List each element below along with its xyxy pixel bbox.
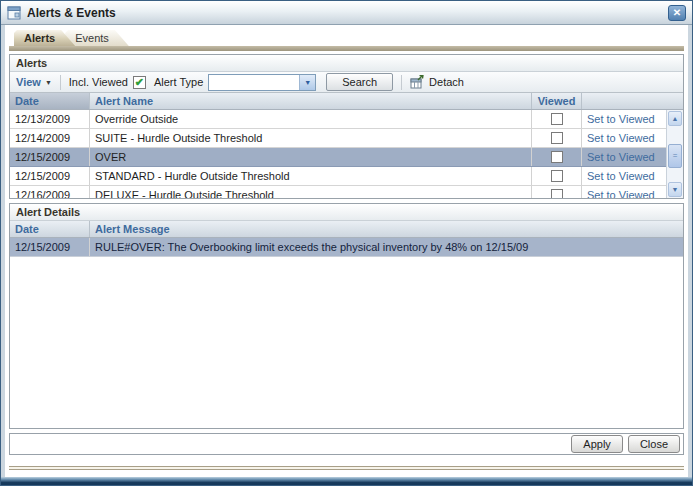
cell-alert-name: DELUXE - Hurdle Outside Threshold <box>90 186 532 198</box>
table-row-selected[interactable]: 12/15/2009 OVER Set to Viewed <box>10 148 666 167</box>
table-row[interactable]: 12/16/2009 DELUXE - Hurdle Outside Thres… <box>10 186 666 198</box>
table-row[interactable]: 12/14/2009 SUITE - Hurdle Outside Thresh… <box>10 129 666 148</box>
cell-date: 12/15/2009 <box>10 238 90 256</box>
cell-alert-name: OVER <box>90 148 532 166</box>
dialog-content: Alerts Events Alerts View ▼ Incl. Viewed… <box>5 25 688 477</box>
alerts-panel: Alerts View ▼ Incl. Viewed ✔ Alert Type … <box>9 54 684 199</box>
viewed-checkbox[interactable] <box>551 113 563 125</box>
search-button[interactable]: Search <box>326 73 393 91</box>
incl-viewed-label: Incl. Viewed <box>69 76 128 88</box>
close-icon[interactable]: ✕ <box>668 5 686 21</box>
cell-date: 12/14/2009 <box>10 129 90 147</box>
detach-label: Detach <box>429 76 464 88</box>
toolbar-separator <box>401 75 402 90</box>
column-header-stub <box>666 93 683 109</box>
details-table-header: Date Alert Message <box>10 221 683 238</box>
set-to-viewed-link[interactable]: Set to Viewed <box>587 189 655 198</box>
alerts-toolbar: View ▼ Incl. Viewed ✔ Alert Type ▼ Searc… <box>10 72 683 93</box>
dialog-footer: Apply Close <box>9 433 684 455</box>
scroll-down-icon[interactable]: ▼ <box>668 182 682 197</box>
alert-type-value <box>209 75 299 90</box>
alert-type-label: Alert Type <box>154 76 203 88</box>
view-menu-label: View <box>16 76 41 88</box>
alerts-panel-title: Alerts <box>10 55 683 72</box>
cell-alert-name: Override Outside <box>90 110 532 128</box>
cell-date: 12/13/2009 <box>10 110 90 128</box>
set-to-viewed-link[interactable]: Set to Viewed <box>587 170 655 182</box>
view-menu-button[interactable]: View ▼ <box>16 76 52 88</box>
dialog-titlebar: Alerts & Events ✕ <box>1 1 692 25</box>
window-icon <box>7 6 21 20</box>
chevron-down-icon: ▼ <box>45 79 52 86</box>
vertical-scrollbar[interactable]: ▲ = ▼ <box>666 110 683 198</box>
window-bottom-border <box>1 477 692 485</box>
set-to-viewed-link[interactable]: Set to Viewed <box>587 113 655 125</box>
cell-date: 12/16/2009 <box>10 186 90 198</box>
alerts-events-dialog: Alerts & Events ✕ Alerts Events Alerts V… <box>0 0 693 486</box>
alerts-table-body: 12/13/2009 Override Outside Set to Viewe… <box>10 110 683 198</box>
column-header-date[interactable]: Date <box>10 93 90 109</box>
alert-details-panel-title: Alert Details <box>10 204 683 221</box>
viewed-checkbox[interactable] <box>551 189 563 198</box>
cell-alert-name: SUITE - Hurdle Outside Threshold <box>90 129 532 147</box>
incl-viewed-checkbox[interactable]: ✔ <box>133 76 146 89</box>
detach-button[interactable]: Detach <box>410 75 464 89</box>
close-button[interactable]: Close <box>628 435 680 453</box>
alert-type-combobox[interactable]: ▼ <box>208 74 316 91</box>
dialog-title: Alerts & Events <box>27 6 116 20</box>
toolbar-separator <box>60 75 61 90</box>
set-to-viewed-link[interactable]: Set to Viewed <box>587 151 655 163</box>
detach-icon <box>410 75 424 89</box>
tab-strip: Alerts Events <box>9 30 684 51</box>
viewed-checkbox[interactable] <box>551 151 563 163</box>
viewed-checkbox[interactable] <box>551 132 563 144</box>
set-to-viewed-link[interactable]: Set to Viewed <box>587 132 655 144</box>
cell-alert-message: RULE#OVER: The Overbooking limit exceeds… <box>90 238 683 256</box>
cell-alert-name: STANDARD - Hurdle Outside Threshold <box>90 167 532 185</box>
alerts-table-header: Date Alert Name Viewed <box>10 93 683 110</box>
table-row[interactable]: 12/15/2009 STANDARD - Hurdle Outside Thr… <box>10 167 666 186</box>
apply-button[interactable]: Apply <box>571 435 623 453</box>
cell-date: 12/15/2009 <box>10 148 90 166</box>
viewed-checkbox[interactable] <box>551 170 563 182</box>
column-header-viewed[interactable]: Viewed <box>532 93 582 109</box>
cell-date: 12/15/2009 <box>10 167 90 185</box>
scrollbar-thumb[interactable]: = <box>668 144 682 168</box>
details-row-selected[interactable]: 12/15/2009 RULE#OVER: The Overbooking li… <box>10 238 683 257</box>
alert-details-panel: Alert Details Date Alert Message 12/15/2… <box>9 203 684 429</box>
footer-divider <box>9 466 684 470</box>
column-header-alert-message[interactable]: Alert Message <box>90 221 683 237</box>
details-empty-area <box>10 257 683 428</box>
column-header-date[interactable]: Date <box>10 221 90 237</box>
column-header-action[interactable] <box>582 93 666 109</box>
column-header-alert-name[interactable]: Alert Name <box>90 93 532 109</box>
tab-events[interactable]: Events <box>65 30 129 46</box>
tab-strip-bar <box>9 46 684 51</box>
scroll-up-icon[interactable]: ▲ <box>668 111 682 126</box>
chevron-down-icon[interactable]: ▼ <box>299 75 315 90</box>
table-row[interactable]: 12/13/2009 Override Outside Set to Viewe… <box>10 110 666 129</box>
